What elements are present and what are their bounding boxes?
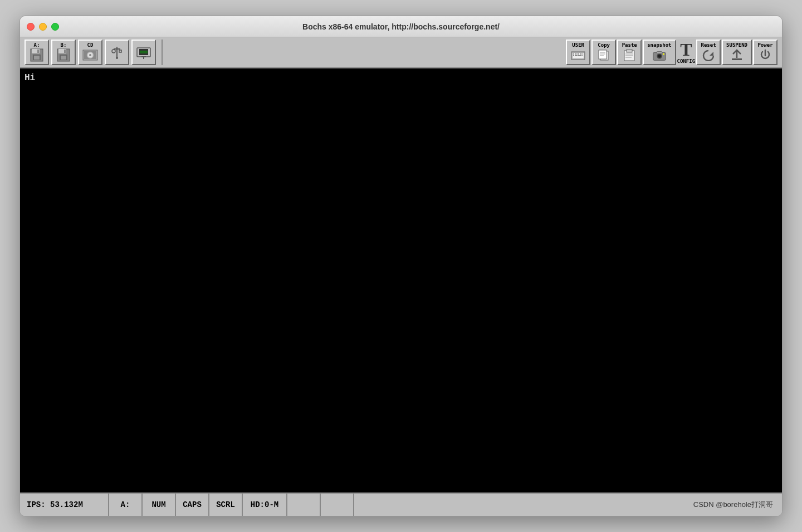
screen-output: Hi xyxy=(25,73,35,83)
suspend-button[interactable]: SUSPEND xyxy=(722,40,752,65)
floppy-b-label: B: xyxy=(61,43,67,48)
copy-label: Copy xyxy=(598,43,610,48)
snapshot-icon xyxy=(652,48,667,62)
power-label: Power xyxy=(757,43,772,48)
paste-label: Paste xyxy=(622,43,637,48)
usb-icon xyxy=(109,46,125,60)
toolbar: A: B: xyxy=(20,37,782,68)
hd-status: HD:0-M xyxy=(243,494,287,516)
svg-rect-28 xyxy=(573,53,574,55)
user-label: USER xyxy=(572,43,584,48)
floppy-a-status: A: xyxy=(109,494,143,516)
svg-point-17 xyxy=(112,50,115,53)
config-group: T CONFIG xyxy=(677,41,696,64)
svg-rect-36 xyxy=(578,55,581,56)
svg-rect-3 xyxy=(34,56,40,60)
paste-icon xyxy=(622,48,637,62)
cdrom-icon xyxy=(82,48,98,62)
svg-rect-44 xyxy=(627,50,632,52)
svg-point-50 xyxy=(658,55,661,58)
copy-icon xyxy=(596,48,612,62)
user-button[interactable]: USER xyxy=(566,40,590,65)
svg-rect-37 xyxy=(581,55,583,56)
power-icon xyxy=(757,48,773,62)
emulator-screen[interactable]: Hi xyxy=(20,68,782,492)
empty-status-2 xyxy=(321,494,354,516)
separator-1 xyxy=(162,40,163,65)
network-icon xyxy=(136,46,151,60)
scroll-lock-status: SCRL xyxy=(209,494,243,516)
copy-button[interactable]: Copy xyxy=(591,40,616,65)
svg-marker-53 xyxy=(710,52,713,56)
paste-button[interactable]: Paste xyxy=(617,40,642,65)
power-button[interactable]: Power xyxy=(753,40,777,65)
config-label: CONFIG xyxy=(677,58,696,64)
cdrom-button[interactable]: CD xyxy=(78,40,102,65)
svg-rect-34 xyxy=(573,55,574,56)
svg-rect-21 xyxy=(139,49,148,55)
credit-text: CSDN @borehole打洞哥 xyxy=(684,494,782,516)
svg-rect-18 xyxy=(119,50,121,52)
status-spacer xyxy=(354,494,684,516)
floppy-b-button[interactable]: B: xyxy=(51,40,76,65)
svg-rect-39 xyxy=(599,50,607,59)
floppy-a-button[interactable]: A: xyxy=(25,40,49,65)
close-button[interactable] xyxy=(27,23,35,31)
svg-rect-33 xyxy=(581,53,583,55)
ips-display: IPS: 53.132M xyxy=(20,494,109,516)
maximize-button[interactable] xyxy=(51,23,59,31)
title-bar: Bochs x86-64 emulator, http://bochs.sour… xyxy=(20,16,782,37)
floppy-a-icon xyxy=(29,48,45,62)
svg-rect-8 xyxy=(61,56,66,60)
svg-rect-51 xyxy=(657,51,662,53)
svg-rect-31 xyxy=(578,53,579,55)
svg-rect-32 xyxy=(580,53,581,55)
window-title: Bochs x86-64 emulator, http://bochs.sour… xyxy=(302,22,500,31)
user-icon xyxy=(570,48,586,62)
status-bar: IPS: 53.132M A: NUM CAPS SCRL HD:0-M CSD… xyxy=(20,492,782,516)
reset-button[interactable]: Reset xyxy=(696,40,721,65)
snapshot-label: snapshot xyxy=(647,43,671,48)
svg-rect-9 xyxy=(64,50,66,53)
floppy-b-icon xyxy=(56,48,71,62)
cdrom-label: CD xyxy=(87,43,94,48)
reset-icon xyxy=(701,48,716,62)
caps-lock-status: CAPS xyxy=(176,494,209,516)
reset-label: Reset xyxy=(701,43,716,48)
config-t-icon: T xyxy=(680,41,692,58)
snapshot-button[interactable]: snapshot xyxy=(643,40,676,65)
minimize-button[interactable] xyxy=(39,23,47,31)
usb-button[interactable] xyxy=(105,40,129,65)
svg-rect-30 xyxy=(576,53,578,55)
suspend-icon xyxy=(729,48,745,62)
traffic-lights xyxy=(27,23,59,31)
suspend-label: SUSPEND xyxy=(726,43,747,48)
svg-point-52 xyxy=(663,53,664,55)
svg-rect-4 xyxy=(37,50,39,53)
network-button[interactable] xyxy=(131,40,156,65)
empty-status-1 xyxy=(287,494,321,516)
svg-rect-35 xyxy=(575,55,578,56)
svg-point-19 xyxy=(116,57,118,59)
num-lock-status: NUM xyxy=(143,494,176,516)
floppy-a-label: A: xyxy=(34,43,40,48)
svg-rect-54 xyxy=(732,58,742,60)
svg-rect-29 xyxy=(575,53,576,55)
svg-point-13 xyxy=(89,54,91,56)
main-window: Bochs x86-64 emulator, http://bochs.sour… xyxy=(19,16,783,516)
